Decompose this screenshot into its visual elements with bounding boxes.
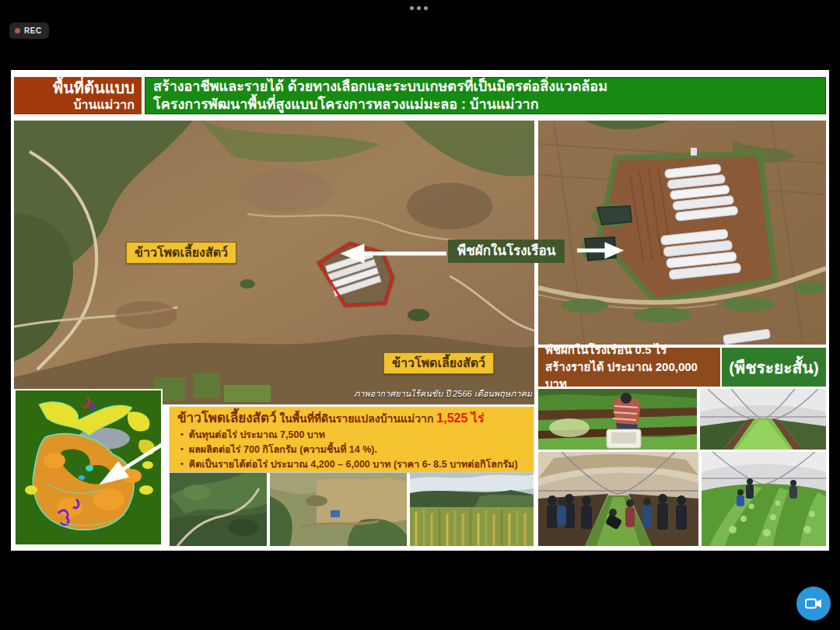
presentation-slide: พื้นที่ต้นแบบ บ้านแม่วาก สร้างอาชีพและรา… <box>11 70 829 551</box>
project-title-line2: บ้านแม่วาก <box>73 97 135 113</box>
photo-greenhouse-seedlings <box>700 389 826 450</box>
record-label: REC <box>24 26 42 35</box>
video-camera-button[interactable] <box>796 586 831 621</box>
short-crop-tag-text: (พืชระยะสั้น) <box>729 355 818 380</box>
video-camera-icon <box>803 593 824 614</box>
photo-harvest-worker <box>538 389 697 450</box>
recording-indicator[interactable]: REC <box>9 23 49 39</box>
corn-info-title-bold: ข้าวโพดเลี้ยงสัตว์ <box>177 411 277 425</box>
banner-line2: โครงการพัฒนาพื้นที่สูงแบบโครงการหลวงแม่ม… <box>153 96 825 114</box>
corn-field-label-lower-text: ข้าวโพดเลี้ยงสัตว์ <box>392 356 485 369</box>
screen: REC พื้นที่ต้นแบบ บ้านแม่วาก สร้างอาชีพแ… <box>0 0 840 630</box>
aerial-photo-greenhouse-farm <box>538 121 826 345</box>
landuse-map <box>14 389 163 546</box>
corn-info-bullet: ผลผลิตต่อไร่ 700 กิโลกรัม (ความชื้นที่ 1… <box>180 442 526 457</box>
corn-info-title-highlight: 1,525 ไร่ <box>436 411 484 425</box>
photo-group-in-greenhouse <box>538 452 698 546</box>
corn-field-label-left-text: ข้าวโพดเลี้ยงสัตว์ <box>135 246 228 259</box>
corn-info-box: ข้าวโพดเลี้ยงสัตว์ ในพื้นที่ที่ดินรายแปล… <box>170 407 534 472</box>
corn-field-label-lower: ข้าวโพดเลี้ยงสัตว์ <box>383 352 494 374</box>
corn-info-title: ข้าวโพดเลี้ยงสัตว์ ในพื้นที่ที่ดินรายแปล… <box>177 411 526 426</box>
window-handle-dots-icon[interactable] <box>410 6 430 11</box>
greenhouse-income-box: พืชผักในโรงเรือน 0.5 ไร่ สร้างรายได้ ประ… <box>538 348 720 387</box>
photo-caption: ภาพอากาศยานไร้คนขับ ปี 2566 เดือนพฤษภาคม <box>306 387 532 401</box>
corn-info-bullet: คิดเป็นรายได้ต่อไร่ ประมาณ 4,200 – 6,000… <box>180 457 526 471</box>
short-crop-tag: (พืชระยะสั้น) <box>722 348 826 387</box>
slide-title-banner: สร้างอาชีพและรายได้ ด้วยทางเลือกและระบบเ… <box>145 77 826 114</box>
photo-hill-fields <box>270 473 407 546</box>
photo-green-hills <box>170 473 267 546</box>
corn-field-label-left: ข้าวโพดเลี้ยงสัตว์ <box>126 242 236 264</box>
greenhouse-income-line1: พืชผักในโรงเรือน 0.5 ไร่ <box>545 341 720 359</box>
record-dot-icon <box>15 28 20 33</box>
photo-greenhouse-vegetable-rows <box>702 452 826 546</box>
greenhouse-label-text: พืชผักในโรงเรือน <box>457 243 555 258</box>
banner-line1: สร้างอาชีพและรายได้ ด้วยทางเลือกและระบบเ… <box>153 78 825 96</box>
photo-corn-field <box>410 473 534 546</box>
corn-info-bullets: ต้นทุนต่อไร่ ประมาณ 7,500 บาท ผลผลิตต่อไ… <box>180 427 526 471</box>
greenhouse-label: พืชผักในโรงเรือน <box>448 240 565 263</box>
project-title-line1: พื้นที่ต้นแบบ <box>53 79 135 97</box>
corn-info-title-rest: ในพื้นที่ที่ดินรายแปลงบ้านแม่วาก <box>277 412 437 425</box>
corn-info-bullet: ต้นทุนต่อไร่ ประมาณ 7,500 บาท <box>180 427 526 442</box>
greenhouse-income-line2: สร้างรายได้ ประมาณ 200,000 บาท <box>545 359 720 393</box>
project-title-box: พื้นที่ต้นแบบ บ้านแม่วาก <box>14 77 142 114</box>
